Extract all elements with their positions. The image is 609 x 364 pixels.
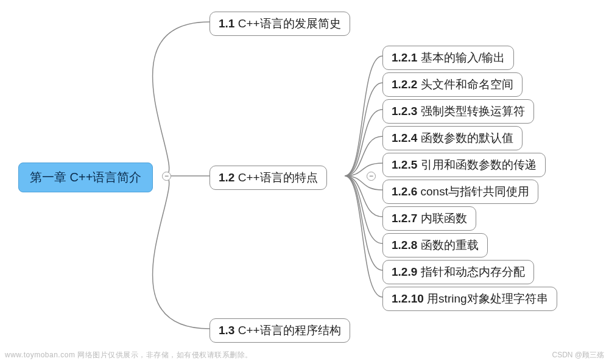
branch-num: 1.2 xyxy=(219,171,234,184)
collapse-glyph: − xyxy=(164,172,169,180)
collapse-glyph: − xyxy=(369,172,373,180)
leaf-1-2-6[interactable]: 1.2.6 const与指针共同使用 xyxy=(382,180,538,204)
leaf-num: 1.2.3 xyxy=(392,105,417,117)
leaf-num: 1.2.4 xyxy=(392,131,417,144)
leaf-label: 内联函数 xyxy=(421,212,467,225)
leaf-1-2-5[interactable]: 1.2.5 引用和函数参数的传递 xyxy=(382,153,546,177)
leaf-num: 1.2.9 xyxy=(392,265,417,278)
leaf-1-2-1[interactable]: 1.2.1 基本的输入/输出 xyxy=(382,46,514,70)
leaf-1-2-10[interactable]: 1.2.10 用string对象处理字符串 xyxy=(382,287,557,311)
leaf-num: 1.2.7 xyxy=(392,212,417,225)
leaf-num: 1.2.6 xyxy=(392,185,417,198)
leaf-label: 强制类型转换运算符 xyxy=(421,105,525,117)
branch-label: C++语言的程序结构 xyxy=(238,324,341,337)
leaf-label: 引用和函数参数的传递 xyxy=(421,158,537,171)
root-label: 第一章 C++语言简介 xyxy=(30,170,141,184)
branch-label: C++语言的发展简史 xyxy=(238,17,341,30)
leaf-num: 1.2.10 xyxy=(392,292,424,305)
leaf-label: 函数参数的默认值 xyxy=(421,131,513,144)
leaf-1-2-4[interactable]: 1.2.4 函数参数的默认值 xyxy=(382,126,523,150)
branch-num: 1.3 xyxy=(219,324,234,337)
leaf-1-2-9[interactable]: 1.2.9 指针和动态内存分配 xyxy=(382,260,534,284)
branch-num: 1.1 xyxy=(219,17,234,30)
mindmap-root[interactable]: 第一章 C++语言简介 xyxy=(18,163,153,192)
branch-1-1[interactable]: 1.1 C++语言的发展简史 xyxy=(209,12,350,36)
leaf-label: 指针和动态内存分配 xyxy=(421,265,525,278)
leaf-label: 用string对象处理字符串 xyxy=(427,292,547,305)
leaf-num: 1.2.2 xyxy=(392,78,417,91)
leaf-label: const与指针共同使用 xyxy=(421,185,529,198)
watermark-left: www.toymoban.com 网络图片仅供展示，非存储，如有侵权请联系删除。 xyxy=(5,350,253,360)
leaf-1-2-7[interactable]: 1.2.7 内联函数 xyxy=(382,206,476,231)
leaf-label: 基本的输入/输出 xyxy=(421,51,505,64)
leaf-label: 函数的重载 xyxy=(421,239,479,251)
leaf-num: 1.2.1 xyxy=(392,51,417,64)
watermark-right: CSDN @顾三殇 xyxy=(552,350,604,360)
branch-label: C++语言的特点 xyxy=(238,171,318,184)
collapse-toggle-1-2[interactable]: − xyxy=(367,172,376,181)
branch-1-2[interactable]: 1.2 C++语言的特点 xyxy=(209,166,327,190)
branch-1-3[interactable]: 1.3 C++语言的程序结构 xyxy=(209,318,350,343)
leaf-num: 1.2.5 xyxy=(392,158,417,171)
leaf-1-2-2[interactable]: 1.2.2 头文件和命名空间 xyxy=(382,72,523,97)
leaf-num: 1.2.8 xyxy=(392,239,417,251)
leaf-1-2-3[interactable]: 1.2.3 强制类型转换运算符 xyxy=(382,99,534,124)
leaf-1-2-8[interactable]: 1.2.8 函数的重载 xyxy=(382,233,488,257)
leaf-label: 头文件和命名空间 xyxy=(421,78,513,91)
collapse-toggle-root[interactable]: − xyxy=(162,172,171,181)
